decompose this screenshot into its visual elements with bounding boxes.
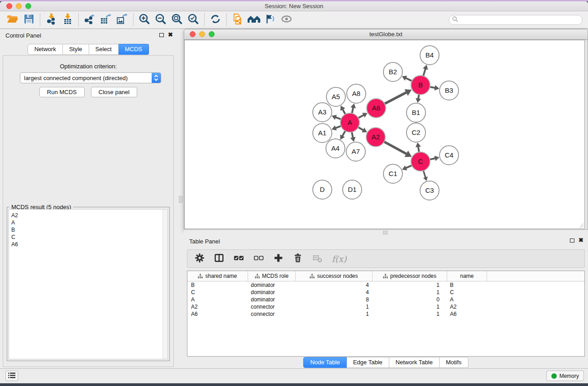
- import-network-button[interactable]: [43, 13, 59, 27]
- open-session-button[interactable]: [5, 13, 21, 27]
- svg-text:C1: C1: [388, 170, 397, 177]
- mcds-result-item[interactable]: A: [11, 219, 167, 226]
- import-table-button[interactable]: [59, 13, 76, 27]
- graph-node-B1[interactable]: B1: [406, 103, 425, 122]
- save-session-button[interactable]: [21, 13, 37, 27]
- close-panel-button[interactable]: Close panel: [91, 87, 138, 97]
- mcds-result-item[interactable]: A2: [11, 212, 167, 219]
- add-column-button[interactable]: [273, 253, 283, 265]
- column-header-name[interactable]: name: [447, 271, 487, 281]
- table-panel: Table Panel ✖: [184, 235, 588, 369]
- graph-node-B2[interactable]: B2: [383, 62, 402, 81]
- table-body: Bdominator41BCdominator41CAdominator80AA…: [187, 281, 584, 318]
- tab-mcds[interactable]: MCDS: [119, 44, 149, 55]
- graph-node-D1[interactable]: D1: [343, 180, 362, 199]
- search-box[interactable]: [449, 15, 583, 25]
- graph-node-C1[interactable]: C1: [383, 164, 402, 183]
- tab-motifs[interactable]: Motifs: [440, 357, 468, 368]
- svg-text:A2: A2: [372, 133, 380, 141]
- table-row[interactable]: A2connector11A2: [187, 303, 584, 310]
- show-hide-button[interactable]: [278, 13, 295, 27]
- run-mcds-button[interactable]: Run MCDS: [39, 87, 85, 97]
- eye-icon: [280, 13, 293, 27]
- vertical-splitter[interactable]: [177, 29, 184, 369]
- deselect-all-button[interactable]: [253, 253, 264, 265]
- network-canvas[interactable]: B4B2BB3A8A5A6A3B1AA1C2A2A4A7C4CC1DD1C3: [184, 40, 585, 229]
- close-panel-icon[interactable]: ✖: [578, 237, 583, 244]
- graph-node-A5[interactable]: A5: [326, 87, 345, 106]
- mcds-result-item[interactable]: C: [11, 234, 167, 241]
- mcds-result-item[interactable]: B: [11, 226, 167, 234]
- column-header-predecessor-nodes[interactable]: predecessor nodes: [373, 271, 447, 281]
- graph-node-A4[interactable]: A4: [326, 139, 345, 158]
- duplicate-network-button[interactable]: [229, 13, 246, 27]
- table-row[interactable]: A6connector11A6: [187, 310, 584, 318]
- tab-network[interactable]: Network: [28, 44, 63, 55]
- zoom-in-icon: [139, 13, 150, 27]
- graph-node-A[interactable]: A: [340, 113, 359, 132]
- export-table-icon: [100, 13, 112, 27]
- delete-table-button[interactable]: [312, 253, 322, 265]
- delete-column-button[interactable]: [293, 253, 303, 265]
- graph-node-B3[interactable]: B3: [440, 81, 459, 100]
- tab-network-table[interactable]: Network Table: [389, 357, 440, 368]
- zoom-out-icon: [155, 13, 167, 27]
- svg-text:B3: B3: [445, 86, 453, 94]
- zoom-selected-button[interactable]: [185, 13, 201, 27]
- network-overview-button[interactable]: [246, 13, 262, 27]
- graph-node-A3[interactable]: A3: [313, 103, 332, 122]
- graph-node-C4[interactable]: C4: [440, 146, 459, 165]
- resize-grip-icon[interactable]: [578, 222, 584, 228]
- result-list-scrollbar[interactable]: [163, 210, 167, 359]
- graph-node-C3[interactable]: C3: [420, 181, 439, 200]
- toggle-columns-button[interactable]: [214, 253, 224, 265]
- graph-node-C2[interactable]: C2: [406, 123, 425, 142]
- table-row[interactable]: Adominator80A: [187, 296, 584, 303]
- column-header-MCDS-role[interactable]: MCDS role: [248, 271, 296, 281]
- horizontal-splitter[interactable]: [184, 230, 588, 235]
- column-header-shared-name[interactable]: shared name: [187, 271, 248, 281]
- mcds-result-item[interactable]: A6: [11, 241, 167, 248]
- graph-node-B[interactable]: B: [411, 76, 430, 95]
- export-image-button[interactable]: [114, 13, 130, 27]
- search-input[interactable]: [460, 16, 579, 24]
- tab-style[interactable]: Style: [63, 44, 89, 55]
- tab-select[interactable]: Select: [89, 44, 119, 55]
- graph-edge-A-A7: [352, 132, 353, 138]
- float-panel-icon[interactable]: [570, 238, 574, 243]
- graph-node-D[interactable]: D: [313, 180, 332, 199]
- column-header-successor-nodes[interactable]: successor nodes: [296, 271, 373, 281]
- zoom-in-button[interactable]: [136, 13, 153, 27]
- float-panel-icon[interactable]: [159, 33, 164, 37]
- hide-selected-button[interactable]: [262, 13, 278, 27]
- graph-node-A7[interactable]: A7: [346, 142, 365, 161]
- svg-text:D1: D1: [348, 186, 356, 193]
- memory-button[interactable]: Memory: [546, 371, 584, 381]
- zoom-out-button[interactable]: [153, 13, 169, 27]
- toolbar-separator: [204, 14, 205, 26]
- table-row[interactable]: Bdominator41B: [187, 281, 584, 289]
- horizontal-splitter-handle[interactable]: [383, 231, 387, 234]
- close-panel-icon[interactable]: ✖: [168, 31, 173, 38]
- graph-node-A6[interactable]: A6: [367, 99, 386, 118]
- tab-node-table[interactable]: Node Table: [303, 357, 347, 368]
- select-all-button[interactable]: [234, 253, 244, 265]
- graph-node-C[interactable]: C: [411, 152, 430, 171]
- graph-node-B4[interactable]: B4: [420, 46, 439, 65]
- mcds-buttons: Run MCDS Close panel: [3, 87, 173, 97]
- task-history-button[interactable]: [5, 371, 18, 381]
- table-cell: 1: [373, 282, 447, 288]
- export-table-button[interactable]: [98, 13, 114, 27]
- graph-node-A2[interactable]: A2: [366, 128, 385, 147]
- graph-node-A8[interactable]: A8: [347, 84, 366, 103]
- tab-edge-table[interactable]: Edge Table: [347, 357, 389, 368]
- optimization-dropdown[interactable]: largest connected component (directed): [20, 72, 161, 83]
- export-network-button[interactable]: [81, 13, 98, 27]
- table-row[interactable]: Cdominator41C: [187, 289, 584, 296]
- graph-node-A1[interactable]: A1: [313, 124, 332, 143]
- zoom-fit-button[interactable]: [169, 13, 185, 27]
- splitter-collapse-handle[interactable]: [179, 196, 182, 203]
- refresh-layout-button[interactable]: [207, 13, 224, 27]
- table-settings-button[interactable]: [195, 253, 205, 265]
- function-builder-button[interactable]: f(x): [332, 253, 347, 265]
